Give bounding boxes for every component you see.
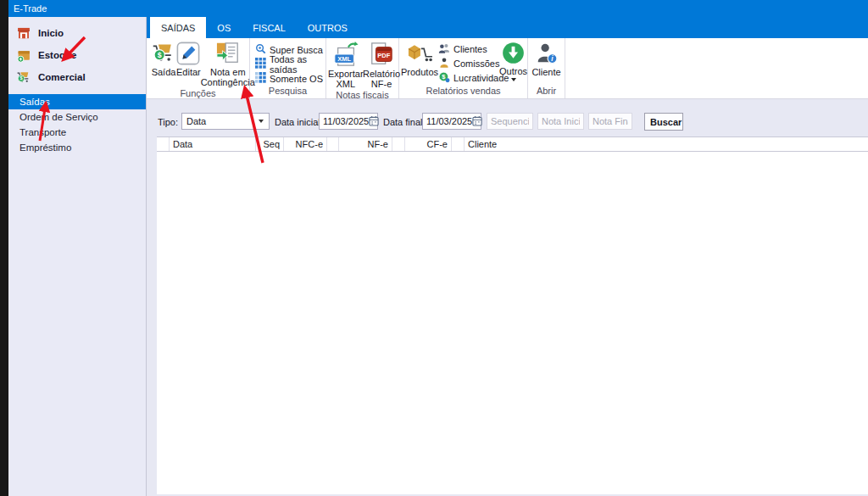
title-bar: E-Trade	[0, 0, 868, 17]
column-header-cliente[interactable]: Cliente	[465, 137, 868, 151]
download-circle-icon	[502, 42, 525, 64]
left-edge-strip	[0, 0, 8, 496]
sidebar-subitem-saidas[interactable]: Saídas	[8, 94, 146, 109]
svg-text:$: $	[158, 51, 162, 59]
tab-os[interactable]: OS	[206, 17, 242, 38]
somente-os-button[interactable]: Somente OS	[255, 71, 326, 86]
column-header-cfe[interactable]: CF-e	[405, 137, 452, 151]
buscar-button[interactable]: Buscar	[644, 113, 683, 131]
svg-text:XML: XML	[337, 55, 351, 63]
nota-inicial-input[interactable]	[537, 113, 584, 130]
data-final-input[interactable]: 11/03/2025	[422, 113, 481, 130]
saida-button[interactable]: $ Saída	[151, 38, 176, 77]
box-cart-icon	[406, 42, 433, 65]
application-window: E-Trade Inicio Estoque $ Comercial Saída…	[0, 0, 868, 496]
pencil-edit-icon	[176, 42, 200, 65]
box-plus-icon	[16, 48, 31, 63]
sidebar-subitem-emprestimo[interactable]: Empréstimo	[8, 140, 146, 155]
person-icon	[438, 57, 450, 70]
nota-final-input[interactable]	[588, 113, 632, 130]
group-label-funcoes: Funções	[147, 88, 249, 99]
spacer-column-header	[392, 137, 405, 151]
sequencia-input[interactable]	[487, 113, 533, 130]
grid-icon	[255, 58, 266, 70]
person-info-icon: i	[535, 42, 559, 65]
ribbon: $ Saída Editar Nota em Contingência	[147, 38, 868, 99]
data-inicial-value: 11/03/2025	[323, 116, 369, 126]
contingency-note-icon	[214, 42, 242, 65]
group-label-relatorios-vendas: Relatórios vendas	[399, 86, 527, 98]
calendar-icon	[369, 115, 379, 128]
tab-saidas[interactable]: SAÍDAS	[150, 17, 206, 38]
data-inicial-label: Data inicial:	[275, 117, 323, 127]
button-label: Editar	[176, 67, 201, 77]
dollar-badge-icon: $	[438, 71, 450, 85]
button-label: Relatório NF-e	[363, 69, 400, 90]
data-final-value: 11/03/2025	[426, 116, 472, 126]
button-label: Outros	[499, 66, 527, 76]
store-icon	[16, 26, 31, 41]
pdf-report-icon: PDF	[369, 42, 394, 67]
calendar-icon	[472, 115, 482, 128]
comissoes-button[interactable]: Comissões	[438, 56, 499, 70]
cliente-button[interactable]: i Cliente	[529, 38, 565, 77]
tab-outros[interactable]: OUTROS	[297, 17, 359, 38]
column-header-nfe[interactable]: NF-e	[339, 137, 392, 151]
button-label: Cliente	[531, 67, 560, 77]
ribbon-group-relatorios-vendas: Produtos Clientes Comissões $ Lucrativid…	[399, 38, 528, 98]
chevron-down-icon	[259, 120, 264, 123]
clientes-button[interactable]: Clientes	[438, 42, 499, 56]
svg-text:PDF: PDF	[377, 52, 390, 59]
tab-fiscal[interactable]: FISCAL	[242, 17, 297, 38]
data-final-label: Data final:	[383, 117, 426, 127]
table-body[interactable]	[157, 152, 868, 494]
sidebar-item-inicio[interactable]: Inicio	[8, 22, 146, 44]
button-label: Produtos	[401, 67, 438, 77]
people-icon	[438, 42, 450, 56]
sidebar-item-estoque[interactable]: Estoque	[8, 44, 146, 66]
spacer-column-header	[452, 137, 465, 151]
exportar-xml-button[interactable]: XML Exportar XML	[328, 38, 364, 90]
cart-dollar-icon: $	[151, 42, 176, 65]
produtos-button[interactable]: Produtos	[401, 38, 438, 77]
xml-export-icon: XML	[332, 42, 359, 67]
button-label: Nota em Contingência	[201, 67, 255, 88]
group-label-notas-fiscais: Notas fiscais	[326, 90, 398, 101]
spacer-column-header	[327, 137, 339, 151]
tipo-select[interactable]: Data	[181, 113, 270, 130]
sidebar: Inicio Estoque $ Comercial Saídas Ordem …	[8, 17, 147, 496]
sidebar-item-label: Inicio	[38, 28, 64, 38]
sidebar-subitem-transporte[interactable]: Transporte	[8, 125, 146, 140]
sidebar-item-label: Comercial	[38, 72, 86, 82]
sidebar-subitem-ordem-de-servico[interactable]: Ordem de Serviço	[8, 109, 146, 125]
chevron-down-icon	[511, 78, 516, 81]
relatorio-nfe-button[interactable]: PDF Relatório NF-e	[364, 38, 400, 90]
group-label-abrir: Abrir	[528, 86, 565, 98]
cart-dollar-icon: $	[16, 70, 31, 85]
todas-as-saidas-button[interactable]: Todas as saídas	[255, 57, 326, 71]
button-label: Clientes	[453, 44, 487, 54]
lucratividade-button[interactable]: $ Lucratividade	[438, 70, 499, 85]
ribbon-group-pesquisa: Super Busca Todas as saídas Somente OS P…	[250, 38, 326, 98]
window-title: E-Trade	[14, 3, 47, 14]
group-label-pesquisa: Pesquisa	[250, 86, 326, 98]
sidebar-item-label: Estoque	[38, 50, 76, 60]
column-header-seq[interactable]: Seq	[256, 137, 284, 151]
ribbon-group-funcoes: $ Saída Editar Nota em Contingência	[147, 38, 250, 98]
column-header-nfce[interactable]: NFC-e	[284, 137, 327, 151]
row-indicator-column-header	[157, 137, 170, 151]
outros-dropdown-button[interactable]: Outros	[499, 38, 527, 81]
nota-em-contingencia-button[interactable]: Nota em Contingência	[201, 38, 255, 88]
magnifier-icon	[255, 43, 266, 56]
editar-button[interactable]: Editar	[176, 38, 201, 77]
ribbon-group-abrir: i Cliente Abrir	[528, 38, 565, 98]
column-header-data[interactable]: Data	[170, 137, 256, 151]
sidebar-item-comercial[interactable]: $ Comercial	[8, 66, 146, 88]
data-inicial-input[interactable]: 11/03/2025	[319, 113, 378, 130]
button-label: Comissões	[453, 59, 499, 69]
button-label: Somente OS	[270, 74, 323, 84]
ribbon-group-notas-fiscais: XML Exportar XML PDF Relatório NF-e Nota…	[326, 38, 399, 98]
button-label: Saída	[152, 67, 176, 77]
grid-partial-icon	[255, 72, 266, 85]
table-header: Data Seq NFC-e NF-e CF-e Cliente	[157, 137, 868, 152]
